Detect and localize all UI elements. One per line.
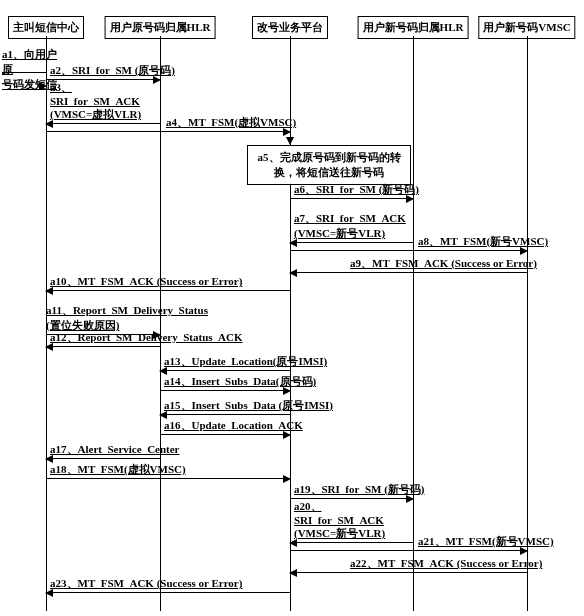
msg-a6: a6、SRI_for_SM (新号码) <box>290 185 413 199</box>
msg-a10: a10、MT_FSM_ACK (Success or Error) <box>46 277 290 291</box>
msg-a16: a16、Update_Location_ACK <box>160 421 290 435</box>
lifeline-hlr-new <box>413 36 414 611</box>
msg-a2: a2、SRI_for_SM (原号码) <box>46 66 160 80</box>
lifeline-vmsc <box>527 36 528 611</box>
msg-a13: a13、Update_Location(原号IMSI) <box>160 357 290 371</box>
msg-a4: a4、MT_FSM(虚拟VMSC) <box>46 118 290 132</box>
msg-a14: a14、Insert_Subs_Data(原号码) <box>160 377 290 391</box>
a5-box: a5、完成原号码到新号码的转 换，将短信送往新号码 <box>247 145 411 185</box>
msg-a18: a18、MT_FSM(虚拟VMSC) <box>46 465 290 479</box>
msg-a12: a12、Report_SM_Delivery_Status_ACK <box>46 333 160 347</box>
msg-a9: a9、MT_FSM_ACK (Success or Error) <box>290 259 527 273</box>
a5-entry-arrow <box>286 137 294 145</box>
msg-a19: a19、SRI_for_SM (新号码) <box>290 485 413 499</box>
msg-a23: a23、MT_FSM_ACK (Success or Error) <box>46 579 290 593</box>
msg-a17: a17、Alert_Service_Center <box>46 445 160 459</box>
msg-a22: a22、MT_FSM_ACK (Success or Error) <box>290 559 527 573</box>
msg-a15: a15、Insert_Subs_Data (原号IMSI) <box>160 401 290 415</box>
msg-a8: a8、MT_FSM(新号VMSC) <box>290 237 527 251</box>
sequence-diagram: 主叫短信中心 用户原号码归属HLR 改号业务平台 用户新号码归属HLR 用户新号… <box>0 0 584 616</box>
msg-a21: a21、MT_FSM(新号VMSC) <box>290 537 527 551</box>
